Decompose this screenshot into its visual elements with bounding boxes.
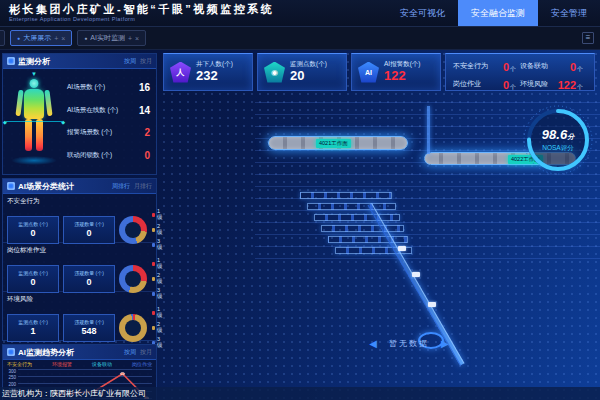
tab-big-screen[interactable]: ● 大屏展示 + × <box>10 30 72 46</box>
map-tunnel-label[interactable]: 4021工作面 <box>316 139 351 148</box>
stat-card-monitoring-points: ◉ 监测点数(个) 20 <box>257 53 347 91</box>
panel3-tab-week[interactable]: 按周 <box>124 348 136 357</box>
legend-dot <box>152 277 155 281</box>
nav-item-safety-visualization[interactable]: 安全可视化 <box>387 0 458 26</box>
nosa-score-gauge: 98.6分 NOSA评分 <box>520 102 596 178</box>
close-tab-icon[interactable]: × <box>135 35 139 42</box>
stat-box-monitor-points: 监测点数 (个) 0 <box>7 216 59 244</box>
top-nav: 安全可视化 安全融合监测 安全管理 <box>387 0 600 26</box>
monitor-point-icon: ◉ <box>264 62 285 83</box>
tab-dot-icon: ● <box>17 35 20 41</box>
carousel-empty-text: 暂无数据 <box>389 338 429 349</box>
close-tab-icon[interactable]: × <box>61 35 65 42</box>
add-tab-icon[interactable]: + <box>128 35 132 42</box>
title-block: 彬长集团小庄矿业-智能“千眼”视频监控系统 Enterprise Applica… <box>0 4 274 23</box>
page-subtitle: Enterprise Application Development Platf… <box>9 17 274 23</box>
quad-cell-environment-risk: 环境风险 122个 <box>520 75 587 93</box>
legend-dot <box>152 326 155 330</box>
panel-title: AI场景分类统计 <box>18 181 74 192</box>
diamond-icon: ◆ <box>3 119 7 125</box>
panel-title: 监测分析 <box>18 56 50 67</box>
donut-chart-environment-risk <box>119 314 147 342</box>
panel2-tab-month-rank[interactable]: 月排行 <box>134 182 152 191</box>
legend-item[interactable]: 设备联动 <box>92 361 112 367</box>
map-tunnel-segment <box>328 236 408 243</box>
panel1-tab-week[interactable]: 按周 <box>124 57 136 66</box>
ai-icon: AI <box>358 62 379 83</box>
gauge-value: 98.6分 <box>542 127 574 142</box>
add-tab-icon[interactable]: + <box>54 35 58 42</box>
nav-item-safety-fusion-monitoring[interactable]: 安全融合监测 <box>458 0 538 26</box>
legend-item[interactable]: 环境报警 <box>52 361 72 367</box>
map-marker <box>412 272 420 277</box>
scan-arrow-icon: ▼ <box>31 71 37 77</box>
stat-row-ai-scenes-online: AI场景在线数 (个) 14 <box>67 105 150 116</box>
legend-dot <box>152 243 155 247</box>
diamond-icon: ◆ <box>61 119 65 125</box>
section-unsafe-behavior: 不安全行为 监测点数 (个) 0 违规数量 (个) 0 1级 2级 3级 <box>3 194 156 243</box>
scan-line: ◆ ◆ <box>6 121 62 122</box>
stat-box-monitor-points: 监测点数 (个) 1 <box>7 314 59 342</box>
legend-dot <box>152 262 155 266</box>
donut-chart-standard-operation <box>119 265 147 293</box>
legend-item[interactable]: 不安全行为 <box>7 361 32 367</box>
stat-row-ai-scenes: AI场景数 (个) 16 <box>67 82 150 93</box>
app-header: 彬长集团小庄矿业-智能“千眼”视频监控系统 Enterprise Applica… <box>0 0 600 27</box>
map-tunnel-segment <box>300 192 392 199</box>
panel2-tab-week-rank[interactable]: 周排行 <box>112 182 130 191</box>
miner-icon: 人 <box>170 62 191 83</box>
carousel-prev-icon[interactable]: ◀ <box>369 338 377 349</box>
map-tunnel-segment <box>321 225 404 232</box>
quad-value: 122 <box>558 79 576 91</box>
trend-legend: 不安全行为 环境报警 设备联动 岗位作业 <box>3 360 156 368</box>
stat-box-monitor-points: 监测点数 (个) 0 <box>7 265 59 293</box>
map-carousel: ◀ 暂无数据 ▶ <box>346 338 472 349</box>
donut-chart-unsafe-behavior <box>119 216 147 244</box>
carousel-next-icon[interactable]: ▶ <box>441 338 449 349</box>
stat-value: 20 <box>290 69 327 83</box>
tab-ai-realtime-monitoring[interactable]: ● AI实时监测 + × <box>77 30 146 46</box>
panel-monitoring-analysis: 监测分析 按周 按月 ▼ <box>2 53 157 175</box>
panel-ai-scene-classification: AI场景分类统计 周排行 月排行 不安全行为 监测点数 (个) 0 违规数量 (… <box>2 178 157 341</box>
stat-value: 232 <box>196 69 233 83</box>
stat-row-alarm-scenes: 报警场景数 (个) 2 <box>67 127 150 138</box>
map-tunnel-connector <box>427 106 430 154</box>
section-environment-risk: 环境风险 监测点数 (个) 1 违规数量 (个) 548 1级 2级 3级 <box>3 292 156 341</box>
section-standard-operation: 岗位标准作业 监测点数 (个) 0 违规数量 (个) 0 1级 2级 3级 <box>3 243 156 292</box>
dashboard-main: 4021工作面 4022工作面 ◀ 暂无数据 ▶ 人 井下人数(个) 232 <box>0 50 600 400</box>
legend-dot <box>152 213 155 217</box>
page-title: 彬长集团小庄矿业-智能“千眼”视频监控系统 <box>9 4 274 15</box>
quad-value: 0 <box>570 61 576 73</box>
map-marker <box>398 246 406 251</box>
quad-value: 0 <box>503 79 509 91</box>
stat-box-violations: 违规数量 (个) 548 <box>63 314 115 342</box>
stat-box-violations: 违规数量 (个) 0 <box>63 216 115 244</box>
footer-operator-bar: 运营机构为：陕西彬长小庄矿业有限公司 <box>0 387 600 400</box>
stat-card-ai-alarms: AI AI报警数(个) 122 <box>351 53 441 91</box>
panel-title: AI监测趋势分析 <box>18 347 74 358</box>
nav-item-safety-management[interactable]: 安全管理 <box>538 0 600 26</box>
quad-cell-post-operation: 岗位作业 0个 <box>453 75 520 93</box>
stat-card-underground-personnel: 人 井下人数(个) 232 <box>163 53 253 91</box>
map-tunnel-segment <box>314 214 400 221</box>
legend-dot <box>152 311 155 315</box>
panel-icon <box>7 57 15 65</box>
stat-box-violations: 违规数量 (个) 0 <box>63 265 115 293</box>
tab-bar: 首页 + ● 大屏展示 + × ● AI实时监测 + × ≡ <box>0 27 600 50</box>
panel-icon <box>7 182 15 190</box>
panel3-tab-month[interactable]: 按月 <box>140 348 152 357</box>
quad-cell-device-linkage: 设备联动 0个 <box>520 57 587 75</box>
panel1-tab-month[interactable]: 按月 <box>140 57 152 66</box>
map-tunnel-segment <box>307 203 396 210</box>
legend-dot <box>152 228 155 232</box>
tab-home[interactable]: 首页 + <box>0 30 5 46</box>
map-marker <box>428 302 436 307</box>
thermal-human-figure: ▼ ◆ ◆ <box>3 69 65 174</box>
tab-menu-icon[interactable]: ≡ <box>582 32 594 44</box>
legend-item[interactable]: 岗位作业 <box>132 361 152 367</box>
stat-row-linkage-lock: 联动闭锁数 (个) 0 <box>67 150 150 161</box>
tab-dot-icon: ● <box>84 35 87 41</box>
quad-cell-unsafe-behavior: 不安全行为 0个 <box>453 57 520 75</box>
legend-dot <box>152 292 155 296</box>
gauge-label: NOSA评分 <box>542 144 573 153</box>
